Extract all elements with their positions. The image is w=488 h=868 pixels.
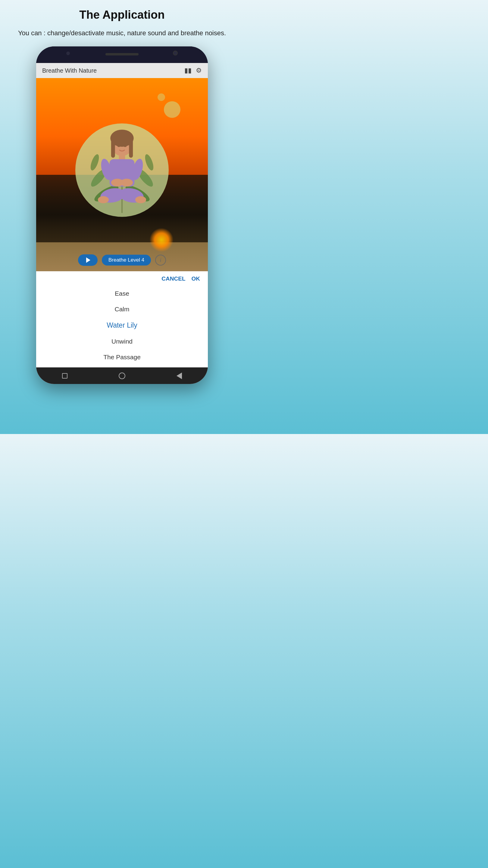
- picker-item-the-passage[interactable]: The Passage: [36, 349, 208, 365]
- picker-list: Ease Calm Water Lily Unwind The Passage: [36, 284, 208, 367]
- dialog-area: CANCEL OK Ease Calm Water Lily Unwind Th…: [36, 271, 208, 367]
- back-button[interactable]: [176, 373, 183, 379]
- front-camera-right: [173, 51, 178, 56]
- bubble-large: [164, 101, 181, 118]
- breathe-level-button[interactable]: Breathe Level 4: [102, 255, 151, 266]
- bubble-small: [158, 93, 165, 101]
- svg-point-13: [118, 145, 121, 147]
- picker-item-water-lily[interactable]: Water Lily: [36, 317, 208, 334]
- earpiece-speaker: [105, 53, 138, 56]
- dialog-actions: CANCEL OK: [36, 271, 208, 284]
- page-subtitle: You can : change/desactivate music, natu…: [6, 28, 238, 38]
- play-button[interactable]: [78, 254, 98, 266]
- phone-frame: Breathe With Nature ▮▮ ⚙: [36, 46, 208, 384]
- app-header: Breathe With Nature ▮▮ ⚙: [36, 63, 208, 78]
- info-button[interactable]: i: [155, 255, 166, 266]
- meditation-circle: [75, 123, 169, 217]
- page-title: The Application: [79, 8, 165, 22]
- app-name-label: Breathe With Nature: [42, 67, 97, 74]
- picker-item-ease[interactable]: Ease: [36, 286, 208, 301]
- phone-top-bar: [36, 46, 208, 63]
- bottom-controls: Breathe Level 4 i: [36, 254, 208, 266]
- picker-item-calm[interactable]: Calm: [36, 301, 208, 317]
- svg-rect-11: [111, 138, 115, 158]
- cancel-button[interactable]: CANCEL: [161, 276, 185, 282]
- svg-point-5: [143, 153, 155, 171]
- svg-point-23: [98, 196, 109, 203]
- svg-point-4: [89, 153, 101, 171]
- ok-button[interactable]: OK: [192, 276, 200, 282]
- phone-screen: Breathe With Nature ▮▮ ⚙: [36, 63, 208, 384]
- recent-apps-button[interactable]: [61, 373, 68, 379]
- sun-glow: [150, 228, 173, 252]
- home-button[interactable]: [119, 373, 125, 379]
- square-icon: [62, 373, 67, 378]
- picker-item-unwind[interactable]: Unwind: [36, 334, 208, 349]
- play-icon: [86, 257, 90, 263]
- main-image-area: Breathe Level 4 i: [36, 78, 208, 271]
- svg-point-24: [135, 196, 146, 203]
- svg-point-20: [121, 179, 133, 186]
- settings-icon[interactable]: ⚙: [196, 67, 202, 74]
- meditation-figure-svg: [75, 123, 169, 217]
- back-icon: [176, 373, 182, 379]
- svg-point-14: [124, 145, 127, 147]
- circle-icon: [119, 373, 125, 379]
- layers-icon[interactable]: ▮▮: [184, 67, 192, 74]
- header-icons: ▮▮ ⚙: [184, 67, 202, 74]
- front-camera-left: [66, 52, 70, 55]
- phone-nav-bar: [36, 367, 208, 384]
- svg-rect-12: [129, 138, 133, 158]
